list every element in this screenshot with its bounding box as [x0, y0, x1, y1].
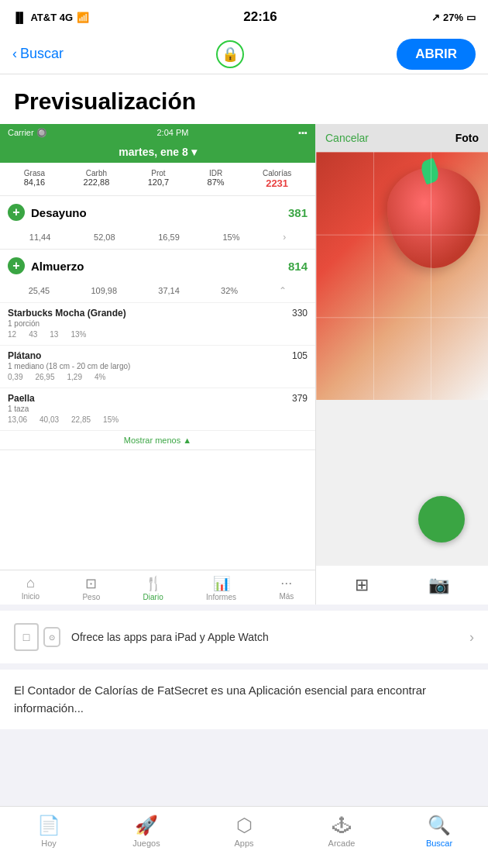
almuerzo-add-button[interactable]: + — [8, 257, 25, 274]
tab-buscar[interactable]: 🔍 Buscar — [390, 815, 488, 848]
battery-label: 27% — [443, 12, 463, 23]
app-tab-diario[interactable]: 🍴 Diario — [143, 575, 163, 601]
macro-idr: IDR 87% — [208, 169, 225, 189]
food-starbucks: Starbucks Mocha (Grande) 330 1 porción 1… — [0, 302, 315, 345]
description-text: El Contador de Calorías de FatSecret es … — [14, 682, 474, 717]
almuerzo-calories: 814 — [288, 260, 308, 273]
desayuno-section: + Desayuno 381 11,44 52,08 16,59 15% › — [0, 196, 315, 250]
macro-grasa: Grasa 84,16 — [24, 169, 46, 189]
lock-icon: 🔒 — [216, 40, 244, 68]
almuerzo-header[interactable]: + Almuerzo 814 — [0, 250, 315, 282]
page-title-section: Previsualización — [0, 74, 488, 124]
photo-header: Cancelar Foto — [316, 124, 488, 152]
app-carrier: Carrier 🔘 — [8, 128, 47, 138]
app-date-bar: martes, ene 8 ▾ — [0, 141, 315, 163]
location-icon: ↗ — [431, 12, 440, 23]
app-tab-inicio[interactable]: ⌂ Inicio — [22, 575, 40, 601]
app-status-bar: Carrier 🔘 2:04 PM ▪▪▪ — [0, 124, 315, 141]
tab-apps[interactable]: ⬡ Apps — [195, 815, 293, 848]
desayuno-header[interactable]: + Desayuno 381 — [0, 196, 315, 229]
almuerzo-section: + Almuerzo 814 25,45 109,98 37,14 32% ⌃ … — [0, 250, 315, 450]
more-icon: ··· — [279, 575, 294, 591]
app-tab-mas[interactable]: ··· Más — [279, 575, 294, 601]
almuerzo-macros: 25,45 109,98 37,14 32% ⌃ — [0, 282, 315, 302]
carrier-label: AT&T 4G — [30, 12, 73, 23]
photo-label: Foto — [455, 132, 479, 144]
signal-icon: ▐▌ — [12, 12, 26, 23]
camera-bottom-bar: ⊞ 📷 — [316, 566, 488, 604]
gallery-icon[interactable]: ⊞ — [355, 575, 369, 595]
chart-icon: 📊 — [206, 575, 236, 592]
back-button[interactable]: ‹ Buscar — [12, 46, 64, 62]
time-display: 22:16 — [243, 9, 277, 25]
watch-icon: ⊙ — [43, 627, 60, 647]
app-tab-informes[interactable]: 📊 Informes — [206, 575, 236, 601]
bottom-tab-bar: 📄 Hoy 🚀 Juegos ⬡ Apps 🕹 Arcade 🔍 Buscar — [0, 806, 488, 868]
app-time: 2:04 PM — [157, 128, 189, 137]
compat-chevron-icon: › — [469, 629, 474, 646]
back-label: Buscar — [20, 46, 64, 62]
tab-hoy[interactable]: 📄 Hoy — [0, 815, 98, 848]
app-inner: Carrier 🔘 2:04 PM ▪▪▪ martes, ene 8 ▾ Gr… — [0, 124, 315, 604]
wifi-icon: 📶 — [77, 12, 89, 23]
hoy-icon: 📄 — [37, 815, 60, 836]
app-macros-row: Grasa 84,16 Carbh 222,88 Prot 120,7 IDR … — [0, 163, 315, 196]
search-icon: 🔍 — [428, 815, 451, 836]
almuerzo-chevron-icon: ⌃ — [279, 285, 287, 296]
app-screenshot: Carrier 🔘 2:04 PM ▪▪▪ martes, ene 8 ▾ Gr… — [0, 124, 316, 604]
desayuno-macros: 11,44 52,08 16,59 15% › — [0, 229, 315, 249]
status-left: ▐▌ AT&T 4G 📶 — [12, 12, 89, 23]
desayuno-chevron-icon: › — [283, 232, 286, 243]
screenshots-section: Carrier 🔘 2:04 PM ▪▪▪ martes, ene 8 ▾ Gr… — [0, 124, 488, 604]
food-paella: Paella 379 1 taza 13,06 40,03 22,85 15% — [0, 388, 315, 430]
tab-arcade[interactable]: 🕹 Arcade — [293, 815, 390, 848]
battery-icon: ▭ — [466, 12, 476, 23]
nav-bar: ‹ Buscar 🔒 ABRIR — [0, 34, 488, 74]
apple-photo — [316, 152, 488, 400]
macro-prot: Prot 120,7 — [148, 169, 170, 189]
status-right: ↗ 27% ▭ — [431, 12, 476, 23]
app-battery: ▪▪▪ — [298, 128, 308, 137]
compat-section[interactable]: □ ⊙ Ofrece las apps para iPad y Apple Wa… — [0, 604, 488, 663]
description-section: El Contador de Calorías de FatSecret es … — [0, 663, 488, 729]
status-bar: ▐▌ AT&T 4G 📶 22:16 ↗ 27% ▭ — [0, 0, 488, 34]
food-platano: Plátano 105 1 mediano (18 cm - 20 cm de … — [0, 345, 315, 388]
desayuno-calories: 381 — [288, 206, 308, 219]
compat-icons: □ ⊙ — [14, 623, 60, 651]
camera-grid-overlay — [316, 152, 488, 400]
apps-icon: ⬡ — [236, 815, 253, 836]
macro-calorias: Calorías 2231 — [263, 169, 291, 189]
juegos-icon: 🚀 — [135, 815, 158, 836]
desayuno-add-button[interactable]: + — [8, 204, 25, 221]
scale-icon: ⊡ — [82, 575, 100, 592]
camera-icon[interactable]: 📷 — [428, 575, 449, 595]
back-chevron-icon: ‹ — [12, 46, 17, 62]
open-button[interactable]: ABRIR — [397, 39, 476, 70]
app-tab-bar: ⌂ Inicio ⊡ Peso 🍴 Diario 📊 Informes ··· — [0, 570, 315, 604]
photo-screenshot: Cancelar Foto ⊞ 📷 — [316, 124, 488, 604]
tab-juegos[interactable]: 🚀 Juegos — [98, 815, 195, 848]
capture-button[interactable] — [418, 496, 465, 542]
desayuno-label: Desayuno — [31, 206, 282, 219]
home-icon: ⌂ — [22, 575, 40, 591]
page-title: Previsualización — [14, 88, 474, 115]
ipad-icon: □ — [14, 623, 39, 651]
fork-icon: 🍴 — [143, 575, 163, 592]
cancelar-button[interactable]: Cancelar — [325, 132, 369, 144]
show-less-label[interactable]: Mostrar menos ▲ — [0, 430, 315, 450]
compat-text: Ofrece las apps para iPad y Apple Watch — [71, 631, 459, 643]
app-tab-peso[interactable]: ⊡ Peso — [82, 575, 100, 601]
macro-carbh: Carbh 222,88 — [84, 169, 110, 189]
arcade-icon: 🕹 — [332, 815, 351, 836]
almuerzo-label: Almuerzo — [31, 260, 282, 273]
